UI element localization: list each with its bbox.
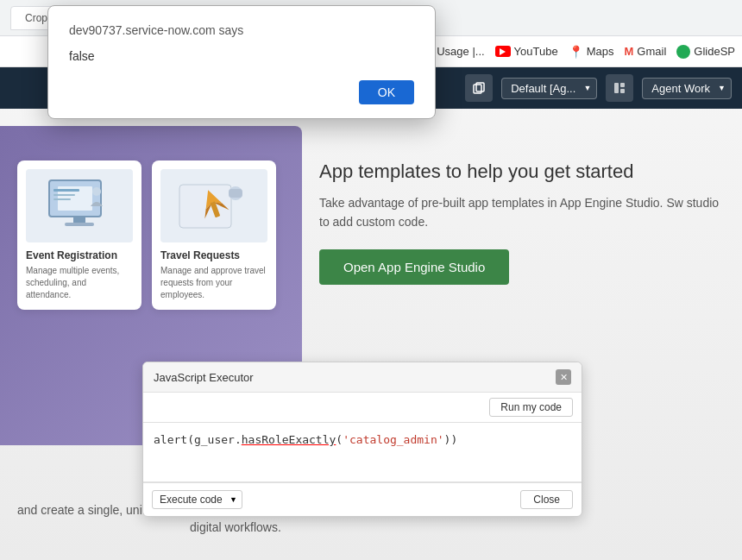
alert-title: dev90737.service-now.com says: [69, 23, 414, 37]
alert-dialog: dev90737.service-now.com says false OK: [47, 5, 436, 119]
alert-ok-button[interactable]: OK: [359, 80, 414, 104]
alert-message: false: [69, 49, 414, 63]
alert-overlay: dev90737.service-now.com says false OK: [0, 0, 742, 560]
alert-buttons: OK: [69, 80, 414, 104]
